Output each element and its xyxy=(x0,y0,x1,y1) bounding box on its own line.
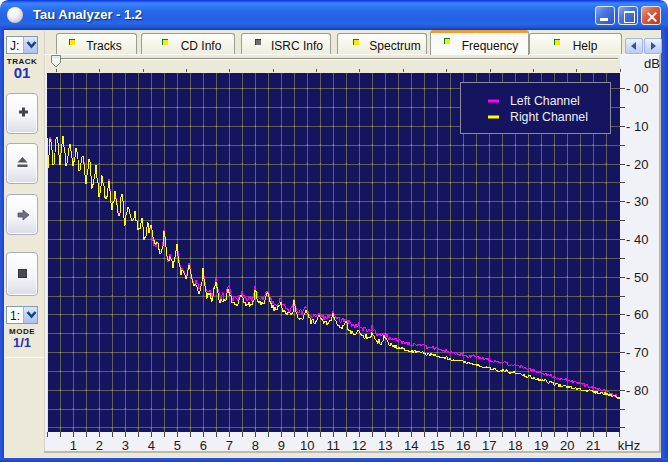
svg-text:17: 17 xyxy=(482,438,496,453)
svg-text:- 20: - 20 xyxy=(626,157,648,172)
svg-text:- 60: - 60 xyxy=(626,307,648,322)
svg-text:8: 8 xyxy=(252,438,259,453)
svg-text:1: 1 xyxy=(70,438,77,453)
svg-text:- 80: - 80 xyxy=(626,383,648,398)
svg-text:16: 16 xyxy=(456,438,470,453)
svg-text:- 30: - 30 xyxy=(626,194,648,209)
svg-text:- 00: - 00 xyxy=(626,81,648,96)
svg-text:3: 3 xyxy=(122,438,129,453)
svg-text:Left Channel: Left Channel xyxy=(510,94,580,108)
svg-text:- 50: - 50 xyxy=(626,270,648,285)
svg-text:12: 12 xyxy=(352,438,366,453)
svg-text:18: 18 xyxy=(508,438,522,453)
svg-text:4: 4 xyxy=(148,438,155,453)
svg-text:9: 9 xyxy=(278,438,285,453)
svg-text:- 10: - 10 xyxy=(626,119,648,134)
svg-text:- 70: - 70 xyxy=(626,345,648,360)
svg-text:2: 2 xyxy=(96,438,103,453)
svg-text:6: 6 xyxy=(200,438,207,453)
svg-text:Right Channel: Right Channel xyxy=(510,110,588,124)
svg-text:15: 15 xyxy=(430,438,444,453)
svg-text:5: 5 xyxy=(174,438,181,453)
svg-text:21: 21 xyxy=(586,438,600,453)
svg-text:19: 19 xyxy=(534,438,548,453)
svg-text:13: 13 xyxy=(378,438,392,453)
svg-text:20: 20 xyxy=(560,438,574,453)
svg-text:7: 7 xyxy=(226,438,233,453)
svg-text:11: 11 xyxy=(327,438,341,453)
svg-text:- 40: - 40 xyxy=(626,232,648,247)
svg-text:10: 10 xyxy=(300,438,314,453)
svg-text:14: 14 xyxy=(404,438,418,453)
svg-text:kHz: kHz xyxy=(618,438,640,453)
svg-text:dB: dB xyxy=(644,56,660,71)
